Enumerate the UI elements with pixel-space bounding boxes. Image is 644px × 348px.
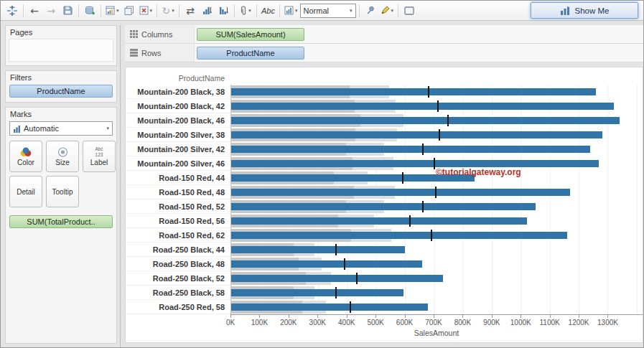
- highlight-button[interactable]: ▾: [379, 3, 396, 19]
- sales-bar[interactable]: [231, 232, 567, 239]
- filters-title: Filters: [6, 71, 116, 83]
- row-label[interactable]: Road-150 Red, 48: [126, 185, 230, 199]
- sales-bar[interactable]: [231, 103, 614, 110]
- show-me-button[interactable]: Show Me: [531, 2, 638, 19]
- x-tick-label: 900K: [483, 319, 500, 326]
- sort-ascending-button[interactable]: [199, 3, 215, 19]
- row-label[interactable]: Mountain-200 Black, 46: [126, 113, 230, 128]
- sales-bar[interactable]: [231, 146, 590, 153]
- highlight-pen-icon: [381, 6, 390, 15]
- label-button[interactable]: Abc 123 Label: [83, 141, 116, 172]
- size-button[interactable]: Size: [46, 141, 79, 172]
- sales-bar[interactable]: [231, 304, 428, 311]
- auto-update-button[interactable]: ↻ ▾: [160, 3, 176, 19]
- detail-button[interactable]: Detail: [9, 176, 42, 207]
- chart-row: Road-250 Red, 58: [126, 300, 643, 314]
- reference-line: [409, 215, 411, 227]
- marks-pill-totalproductcost[interactable]: SUM(TotalProduct..: [9, 215, 113, 228]
- filters-shelf: Filters ProductName: [5, 70, 117, 103]
- save-icon: [63, 6, 73, 15]
- redo-icon: →: [47, 6, 55, 16]
- row-plot: [230, 199, 643, 214]
- sales-bar[interactable]: [231, 160, 599, 167]
- reference-line: [422, 201, 424, 212]
- sales-bar[interactable]: [231, 275, 443, 282]
- sales-bar[interactable]: [231, 289, 403, 296]
- pin-button[interactable]: [363, 3, 378, 19]
- sort-descending-button[interactable]: [215, 3, 231, 19]
- x-axis-tick: [521, 315, 521, 318]
- fit-chart-button[interactable]: ▾: [283, 3, 299, 19]
- sales-bar[interactable]: [231, 260, 422, 268]
- sales-bar[interactable]: [231, 217, 527, 225]
- new-worksheet-button[interactable]: ▾: [104, 3, 121, 19]
- chevron-down-icon: ▾: [116, 8, 119, 14]
- sales-bar[interactable]: [231, 246, 405, 253]
- text-label-icon: Abc 123: [95, 146, 103, 157]
- swap-rows-columns-button[interactable]: ⇄: [182, 3, 198, 19]
- reference-line: [437, 100, 439, 112]
- row-label[interactable]: Road-150 Red, 56: [126, 214, 230, 228]
- chart-row: Road-150 Red, 56: [126, 214, 643, 228]
- clear-sheet-icon: [139, 6, 149, 15]
- row-label[interactable]: Road-250 Black, 44: [126, 243, 230, 257]
- sales-bar[interactable]: [231, 189, 570, 196]
- sales-bar[interactable]: [231, 203, 536, 210]
- row-label[interactable]: Road-150 Red, 62: [126, 228, 230, 243]
- x-tick-label: 700K: [425, 319, 442, 326]
- row-label[interactable]: Mountain-200 Silver, 42: [126, 142, 230, 156]
- duplicate-sheet-button[interactable]: [121, 3, 137, 19]
- row-label[interactable]: Road-250 Black, 52: [126, 271, 230, 286]
- group-members-button[interactable]: ▾: [238, 3, 253, 19]
- chart-row: Road-250 Black, 52: [126, 271, 643, 286]
- rows-shelf: Rows ProductName: [125, 44, 643, 62]
- sales-bar[interactable]: [231, 88, 596, 95]
- show-me-bars-icon: [560, 6, 570, 15]
- show-mark-labels-button[interactable]: Abc: [260, 3, 276, 19]
- filter-pill-productname[interactable]: ProductName: [9, 85, 113, 98]
- row-label[interactable]: Road-150 Red, 52: [126, 199, 230, 214]
- x-axis-tick: [579, 315, 579, 318]
- x-tick-label: 1300K: [597, 319, 618, 326]
- bar-chart-box-icon: [284, 6, 294, 15]
- row-label[interactable]: Mountain-200 Black, 42: [126, 99, 230, 113]
- sales-bar[interactable]: [231, 131, 602, 138]
- rows-pill-productname[interactable]: ProductName: [197, 47, 304, 60]
- rows-shelf-body[interactable]: ProductName: [194, 44, 643, 62]
- add-data-source-button[interactable]: [82, 3, 98, 19]
- pages-drop-area[interactable]: [9, 39, 113, 62]
- chart-rows: ©tutorialgateway.org Mountain-200 Black,…: [126, 85, 643, 314]
- row-label[interactable]: Mountain-200 Silver, 38: [126, 128, 230, 142]
- x-axis-title: SalesAmount: [230, 329, 643, 340]
- x-tick-label: 1100K: [540, 319, 560, 326]
- presentation-icon: [404, 6, 414, 15]
- reference-line: [335, 244, 337, 255]
- row-label[interactable]: Road-250 Red, 58: [126, 300, 230, 314]
- columns-pill-salesamount[interactable]: SUM(SalesAmount): [197, 28, 304, 41]
- columns-shelf-body[interactable]: SUM(SalesAmount): [194, 25, 643, 43]
- sales-bar[interactable]: [231, 117, 620, 124]
- reference-line: [439, 129, 440, 141]
- toolbar-separator: [101, 4, 101, 17]
- x-axis-scale[interactable]: 0K100K200K300K400K500K600K700K800K900K10…: [230, 314, 643, 329]
- save-button[interactable]: [60, 3, 75, 19]
- clear-sheet-button[interactable]: ▾: [138, 3, 154, 19]
- redo-button[interactable]: →: [43, 3, 59, 19]
- color-button[interactable]: Color: [9, 141, 42, 172]
- row-label[interactable]: Road-150 Red, 44: [126, 171, 230, 185]
- mark-type-dropdown[interactable]: Automatic ▾: [9, 121, 113, 136]
- marks-card: Marks Automatic ▾ Color: [5, 107, 117, 344]
- toolbar-separator: [256, 4, 257, 17]
- row-label[interactable]: Mountain-200 Silver, 46: [126, 156, 230, 171]
- row-label[interactable]: Road-250 Black, 58: [126, 286, 230, 300]
- tooltip-button[interactable]: Tooltip: [46, 176, 79, 207]
- x-tick-label: 800K: [454, 319, 471, 326]
- undo-button[interactable]: ←: [27, 3, 42, 19]
- fit-selector[interactable]: Normal ▾: [300, 4, 356, 18]
- tableau-logo-button[interactable]: [4, 3, 20, 19]
- presentation-mode-button[interactable]: [401, 3, 417, 19]
- chevron-down-icon: ▾: [106, 126, 109, 131]
- row-label[interactable]: Road-250 Black, 48: [126, 257, 230, 271]
- row-label[interactable]: Mountain-200 Black, 38: [126, 85, 230, 99]
- paperclip-icon: [240, 6, 247, 16]
